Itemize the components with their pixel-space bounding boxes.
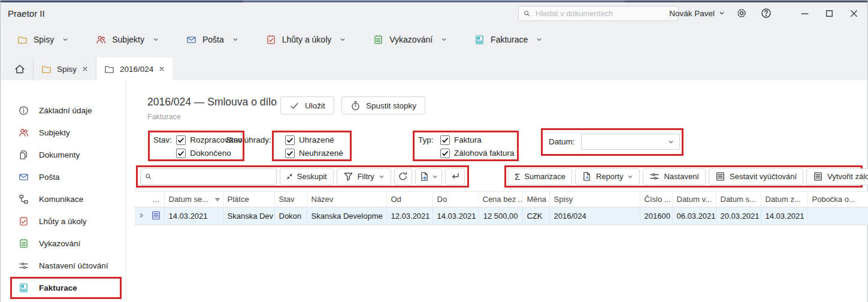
column-header-icon[interactable]: ... bbox=[149, 192, 164, 207]
sidebar-item-label: Nastavení účtování bbox=[39, 261, 108, 270]
checkbox-checked[interactable] bbox=[440, 135, 450, 145]
column-header-platce[interactable]: Plátce bbox=[223, 192, 274, 207]
refresh-icon bbox=[398, 171, 408, 182]
close-tab-icon[interactable] bbox=[82, 66, 88, 72]
user-menu[interactable]: Novák Pavel bbox=[669, 9, 725, 18]
chevron-down-icon bbox=[62, 37, 68, 43]
sidebar-item-nastaveni-uctovani[interactable]: Nastavení účtování bbox=[1, 255, 126, 277]
close-button[interactable] bbox=[846, 5, 861, 21]
close-tab-icon[interactable] bbox=[159, 66, 165, 72]
title-bar: Praetor II Novák Pavel bbox=[1, 2, 867, 24]
sidebar-item-komunikace[interactable]: Komunikace bbox=[1, 188, 126, 210]
grid-search[interactable] bbox=[140, 168, 277, 185]
export-button[interactable] bbox=[415, 168, 442, 185]
column-header-spisy[interactable]: Spisy bbox=[549, 192, 640, 207]
column-header-pobocka[interactable]: Pobočka o... bbox=[807, 192, 868, 207]
cell-stav[interactable]: Dokon bbox=[274, 207, 307, 225]
checkbox-checked[interactable] bbox=[176, 149, 186, 158]
column-header-cena-bez[interactable]: Cena bez ... bbox=[478, 192, 522, 207]
sidebar-item-zakladni-udaje[interactable]: Základní údaje bbox=[1, 99, 126, 122]
row-type-cell[interactable] bbox=[149, 207, 164, 225]
checkbox-row-uhrazene[interactable]: Uhrazené bbox=[285, 134, 353, 146]
checkbox-row-zalohova-faktura[interactable]: Zálohová faktura bbox=[440, 147, 517, 159]
maximize-button[interactable] bbox=[821, 5, 837, 21]
cell-do[interactable]: 14.03.2021 bbox=[433, 207, 478, 225]
sidebar-item-vykazovani[interactable]: Vykazování bbox=[1, 232, 126, 255]
sliders-icon bbox=[19, 261, 29, 271]
maximize-icon bbox=[824, 8, 834, 19]
column-header-datum-s[interactable]: Datum s... bbox=[716, 192, 761, 207]
menu-item-vykazovani[interactable]: Vykazování bbox=[373, 35, 447, 45]
build-billing-button[interactable]: Sestavit vyúčtování bbox=[709, 168, 803, 185]
settings-grid-button[interactable]: Nastavení bbox=[643, 168, 706, 185]
cell-platce[interactable]: Skanska Dev bbox=[223, 207, 274, 225]
column-header-do[interactable]: Do bbox=[433, 192, 478, 207]
column-header-stav[interactable]: Stav bbox=[274, 192, 307, 207]
minimize-button[interactable] bbox=[797, 5, 812, 21]
refresh-button[interactable] bbox=[394, 168, 412, 185]
tab-spisy[interactable]: Spisy bbox=[34, 58, 96, 80]
chevron-down-icon bbox=[232, 37, 238, 43]
enter-button[interactable] bbox=[445, 168, 465, 185]
checkbox-checked[interactable] bbox=[176, 135, 186, 145]
menu-item-lhuty-a-ukoly[interactable]: Lhůty a úkoly bbox=[266, 35, 346, 45]
cell-datum-v[interactable]: 06.03.2021 bbox=[672, 207, 716, 225]
cell-datum-se[interactable]: 14.03.2021 bbox=[164, 207, 223, 225]
checkbox-checked[interactable] bbox=[440, 149, 450, 158]
checkbox-label: Uhrazené bbox=[299, 135, 334, 144]
menu-item-fakturace[interactable]: Fakturace bbox=[474, 35, 542, 45]
settings-button[interactable] bbox=[734, 5, 749, 21]
annotation-box-grid-toolbar: Seskupit Filtry bbox=[136, 165, 469, 188]
cell-mena[interactable]: CZK bbox=[522, 207, 549, 225]
menu-item-spisy[interactable]: Spisy bbox=[17, 35, 68, 45]
tab-2016-024[interactable]: 2016/024 bbox=[96, 58, 173, 80]
sidebar-item-subjekty[interactable]: Subjekty bbox=[1, 122, 126, 144]
menu-item-subjekty[interactable]: Subjekty bbox=[96, 35, 159, 45]
clipboard-lines-icon bbox=[19, 238, 29, 249]
cell-pobocka[interactable] bbox=[807, 207, 868, 225]
collapse-icon bbox=[286, 173, 293, 180]
group-button[interactable]: Seskupit bbox=[280, 168, 334, 185]
checkbox-row-faktura[interactable]: Faktura bbox=[440, 134, 517, 146]
report-icon bbox=[582, 171, 592, 182]
cell-datum-s[interactable]: 20.03.2021 bbox=[716, 207, 761, 225]
checkbox-checked[interactable] bbox=[285, 149, 295, 158]
sidebar-item-lhuty-a-ukoly[interactable]: Lhůty a úkoly bbox=[1, 210, 126, 232]
column-header-mena[interactable]: Měna bbox=[522, 192, 549, 207]
sidebar-item-dokumenty[interactable]: Dokumenty bbox=[1, 144, 126, 166]
main-content: 2016/024 — Smlouva o dílo Fakturace Ulož… bbox=[126, 80, 867, 302]
home-tab-button[interactable] bbox=[7, 58, 34, 80]
global-search-input[interactable] bbox=[534, 8, 657, 19]
sidebar-item-posta[interactable]: Pošta bbox=[1, 166, 126, 188]
row-expander[interactable] bbox=[135, 207, 149, 225]
global-search[interactable] bbox=[518, 6, 679, 21]
column-header-datum-v[interactable]: Datum v... bbox=[672, 192, 716, 207]
table-row[interactable]: 14.03.2021 Skanska Dev Dokon Skanska Dev… bbox=[135, 207, 868, 225]
summarize-button[interactable]: Σ Sumarizace bbox=[508, 168, 572, 185]
save-button[interactable]: Uložit bbox=[280, 96, 334, 114]
sidebar-item-label: Komunikace bbox=[39, 195, 83, 204]
cell-spisy[interactable]: 2016/024 bbox=[549, 207, 640, 225]
cell-nazev[interactable]: Skanska Developme bbox=[307, 207, 386, 225]
filters-button-label: Filtry bbox=[358, 172, 374, 181]
sort-filter-icon[interactable] bbox=[214, 197, 220, 203]
datum-select[interactable] bbox=[581, 134, 680, 150]
column-header-datum-z[interactable]: Datum z... bbox=[761, 192, 807, 207]
checkbox-row-neuhrazene[interactable]: Neuhrazené bbox=[285, 147, 353, 159]
column-header-datum-se[interactable]: Datum se... bbox=[164, 192, 223, 207]
checkbox-checked[interactable] bbox=[285, 135, 295, 145]
column-header-od[interactable]: Od bbox=[386, 192, 433, 207]
create-advance-button[interactable]: Vytvořit zálohu bbox=[806, 168, 868, 185]
help-button[interactable] bbox=[758, 5, 774, 21]
grid-search-input[interactable] bbox=[155, 171, 271, 182]
start-stopwatch-button[interactable]: Spustit stopky bbox=[341, 96, 425, 114]
column-header-nazev[interactable]: Název bbox=[307, 192, 386, 207]
cell-cena-bez[interactable]: 12 500,00 bbox=[478, 207, 522, 225]
column-header-cislo[interactable]: Číslo ... bbox=[640, 192, 672, 207]
reports-button[interactable]: Reporty bbox=[575, 168, 640, 185]
cell-cislo[interactable]: 201600 bbox=[640, 207, 672, 225]
cell-datum-z[interactable]: 14.03.2021 bbox=[761, 207, 807, 225]
cell-od[interactable]: 12.03.2021 bbox=[386, 207, 433, 225]
filters-button[interactable]: Filtry bbox=[337, 168, 391, 185]
menu-item-posta[interactable]: Pošta bbox=[186, 35, 238, 45]
